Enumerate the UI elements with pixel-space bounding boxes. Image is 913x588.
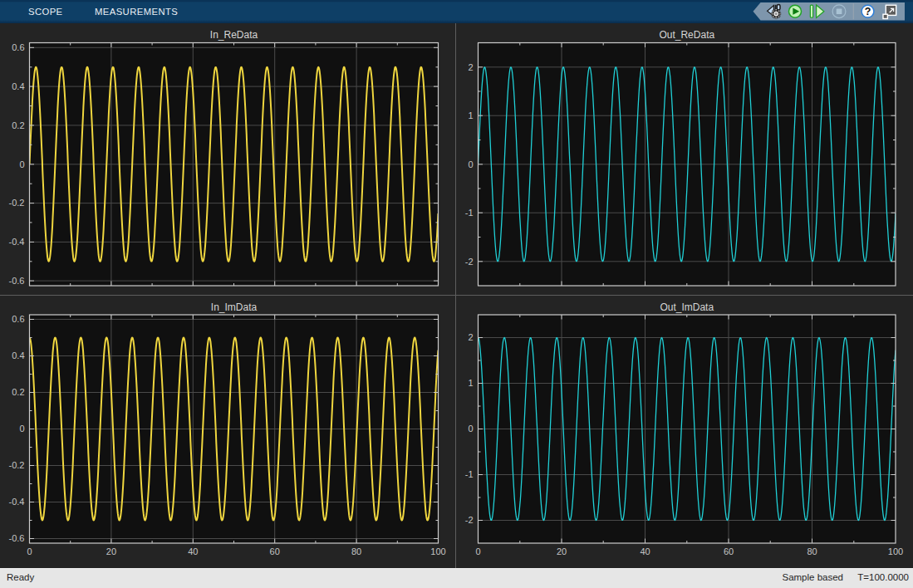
svg-text:0: 0 — [19, 424, 24, 434]
svg-text:-2: -2 — [465, 257, 474, 267]
svg-text:40: 40 — [188, 546, 198, 556]
svg-text:20: 20 — [106, 546, 116, 556]
svg-text:-0.4: -0.4 — [9, 497, 25, 507]
svg-text:100: 100 — [430, 546, 445, 556]
svg-text:-0.4: -0.4 — [9, 237, 25, 247]
svg-text:0.4: 0.4 — [12, 81, 24, 91]
svg-text:0: 0 — [468, 424, 473, 434]
svg-text:40: 40 — [640, 546, 650, 556]
svg-text:0.4: 0.4 — [12, 350, 24, 360]
svg-text:-0.6: -0.6 — [9, 276, 25, 286]
svg-text:In_ImData: In_ImData — [211, 301, 258, 313]
svg-text:80: 80 — [807, 546, 817, 556]
svg-text:Out_ImData: Out_ImData — [660, 301, 714, 313]
svg-text:20: 20 — [557, 546, 567, 556]
svg-text:80: 80 — [351, 546, 361, 556]
svg-text:60: 60 — [270, 546, 280, 556]
svg-text:60: 60 — [724, 546, 734, 556]
svg-text:-1: -1 — [465, 469, 474, 479]
svg-text:-0.6: -0.6 — [9, 533, 25, 543]
svg-text:-2: -2 — [465, 515, 474, 525]
svg-text:0: 0 — [468, 159, 473, 169]
svg-text:1: 1 — [468, 110, 473, 120]
svg-text:100: 100 — [888, 546, 903, 556]
svg-text:0.2: 0.2 — [12, 120, 24, 130]
svg-text:0.2: 0.2 — [12, 387, 24, 397]
svg-text:0.6: 0.6 — [12, 42, 24, 52]
svg-text:-0.2: -0.2 — [9, 198, 25, 208]
svg-text:0: 0 — [27, 546, 32, 556]
svg-text:1: 1 — [468, 378, 473, 388]
svg-text:2: 2 — [468, 332, 473, 342]
svg-text:-1: -1 — [465, 208, 474, 218]
svg-text:0.6: 0.6 — [12, 314, 24, 324]
svg-text:?: ? — [865, 6, 871, 17]
svg-text:In_ReData: In_ReData — [210, 29, 258, 41]
svg-text:Out_ReData: Out_ReData — [659, 29, 714, 41]
svg-text:-0.2: -0.2 — [9, 460, 25, 470]
svg-text:0: 0 — [19, 159, 24, 169]
svg-text:2: 2 — [468, 62, 473, 72]
svg-text:0: 0 — [475, 546, 480, 556]
